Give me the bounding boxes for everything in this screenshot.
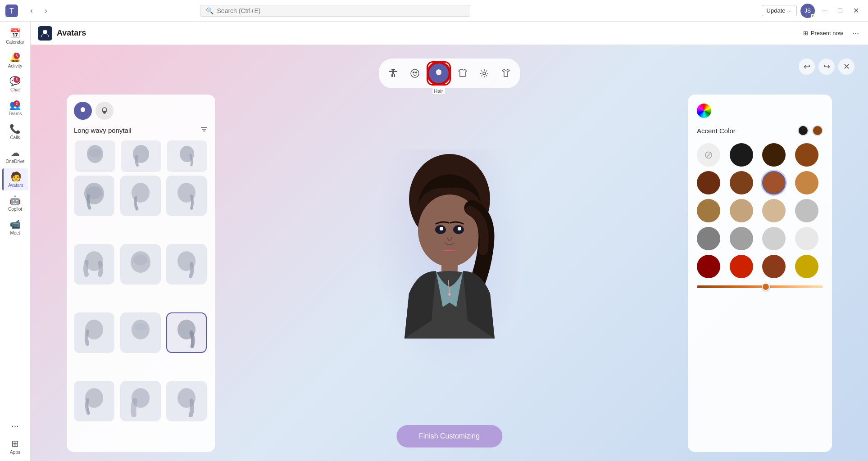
panel-tabs xyxy=(74,102,208,120)
close-editor-button[interactable]: ✕ xyxy=(838,59,854,75)
hair-item-3[interactable] xyxy=(166,176,207,216)
sidebar-label-calls: Calls xyxy=(10,135,20,140)
color-swatch-red-brown1[interactable] xyxy=(697,171,720,194)
hair-preview-1 xyxy=(75,140,115,172)
customizer-area: Hair xyxy=(31,45,868,461)
svg-rect-4 xyxy=(392,70,394,74)
header-more-button[interactable]: ··· xyxy=(850,27,861,40)
svg-text:T: T xyxy=(9,7,14,15)
color-wheel-icon xyxy=(697,104,711,118)
sidebar-label-teams: Teams xyxy=(9,111,22,116)
color-swatch-light-sandy[interactable] xyxy=(762,199,786,222)
sidebar-item-chat[interactable]: 💬 5 Chat xyxy=(2,73,28,95)
color-swatch-medium-brown[interactable] xyxy=(795,143,818,167)
clothing-tab[interactable] xyxy=(496,63,516,83)
svg-point-9 xyxy=(411,69,419,77)
sidebar-item-apps[interactable]: ⊞ Apps xyxy=(2,435,28,457)
search-bar[interactable]: 🔍 xyxy=(200,5,470,17)
hair-item-12[interactable] xyxy=(166,381,207,421)
category-tabs: Hair xyxy=(379,59,520,88)
sidebar-item-calendar[interactable]: 📅 Calendar xyxy=(2,25,28,47)
hair-item-9[interactable] xyxy=(166,312,207,353)
beard-tab[interactable] xyxy=(95,102,114,120)
hair-tab[interactable] xyxy=(429,63,449,83)
hair-item-7[interactable] xyxy=(74,312,114,353)
color-swatch-silver-gray[interactable] xyxy=(795,199,818,222)
close-button[interactable]: ✕ xyxy=(850,5,863,17)
svg-point-10 xyxy=(413,72,414,73)
minimize-button[interactable]: ─ xyxy=(818,5,831,17)
redo-button[interactable]: ↪ xyxy=(818,59,835,75)
color-swatch-black[interactable] xyxy=(730,143,753,167)
hair-item-8[interactable] xyxy=(120,312,161,353)
panel-title-row: Long wavy ponytail xyxy=(74,125,208,135)
color-swatch-auburn[interactable] xyxy=(762,255,786,278)
hair-item-10[interactable] xyxy=(74,381,114,421)
color-panel: Accent Color xyxy=(688,95,832,452)
sidebar-item-calls[interactable]: 📞 Calls xyxy=(2,121,28,143)
svg-rect-6 xyxy=(394,71,397,72)
sidebar-item-activity[interactable]: 🔔 6 Activity xyxy=(2,49,28,71)
color-swatch-dark-brown[interactable] xyxy=(762,143,786,167)
hair-item-5[interactable] xyxy=(120,244,161,285)
sidebar-label-copilot: Copilot xyxy=(8,207,22,212)
teams-badge: 2 xyxy=(14,100,20,107)
nav-buttons: ‹ › xyxy=(25,5,52,17)
hair-style-tab[interactable] xyxy=(74,102,92,120)
sidebar-item-onedrive[interactable]: ☁ OneDrive xyxy=(2,145,28,167)
pose-tab[interactable] xyxy=(383,63,403,83)
color-swatch-red-brown2[interactable] xyxy=(730,171,753,194)
maximize-button[interactable]: □ xyxy=(834,5,846,17)
forward-button[interactable]: › xyxy=(40,5,52,17)
title-bar: T ‹ › 🔍 Update ··· JS ─ □ ✕ xyxy=(0,0,868,22)
hair-item-2[interactable] xyxy=(120,176,161,216)
sidebar-item-teams[interactable]: 👥 2 Teams xyxy=(2,97,28,119)
sidebar-label-avatars: Avatars xyxy=(8,183,23,188)
sidebar-item-avatars[interactable]: 🧑 Avatars xyxy=(2,168,28,190)
teams-icon: 👥 2 xyxy=(9,99,21,110)
title-bar-actions: Update ··· JS ─ □ ✕ xyxy=(762,4,863,18)
hair-item-1[interactable] xyxy=(74,176,114,216)
color-slider[interactable] xyxy=(697,285,823,288)
color-swatch-dark-gray[interactable] xyxy=(697,227,720,250)
face-tab[interactable] xyxy=(405,63,425,83)
calendar-icon: 📅 xyxy=(9,28,21,39)
user-avatar[interactable]: JS xyxy=(800,4,815,18)
color-swatch-gold-brown[interactable] xyxy=(697,199,720,222)
color-swatch-light-gray[interactable] xyxy=(762,227,786,250)
search-input[interactable] xyxy=(217,7,464,14)
update-button[interactable]: Update ··· xyxy=(762,5,797,16)
pose-tab-wrapper xyxy=(383,63,403,83)
undo-button[interactable]: ↩ xyxy=(799,59,815,75)
chat-badge: 5 xyxy=(14,77,20,83)
sidebar: 📅 Calendar 🔔 6 Activity 💬 5 Chat 👥 2 Tea… xyxy=(0,22,31,461)
sidebar-item-more[interactable]: ··· xyxy=(2,418,28,434)
color-swatch-golden[interactable] xyxy=(795,255,818,278)
color-swatch-none[interactable] xyxy=(697,143,720,167)
accessories-tab-wrapper xyxy=(474,63,494,83)
color-swatch-red[interactable] xyxy=(730,255,753,278)
color-swatch-dark-red[interactable] xyxy=(697,255,720,278)
svg-point-11 xyxy=(415,72,417,73)
present-now-button[interactable]: ⊞ Present now xyxy=(800,28,847,38)
filter-button[interactable] xyxy=(200,125,208,135)
color-swatch-tan-brown[interactable] xyxy=(762,171,786,194)
accessories-tab[interactable] xyxy=(474,63,494,83)
sidebar-item-meet[interactable]: 📹 Meet xyxy=(2,216,28,238)
finish-customizing-button[interactable]: Finish Customizing xyxy=(396,425,502,447)
sidebar-item-copilot[interactable]: 🤖 Copilot xyxy=(2,192,28,214)
selected-colors xyxy=(798,125,823,136)
svg-rect-3 xyxy=(391,69,395,70)
outfit-tab-wrapper xyxy=(453,63,473,83)
outfit-tab[interactable] xyxy=(453,63,473,83)
hair-item-4[interactable] xyxy=(74,244,114,285)
color-swatch-sandy[interactable] xyxy=(730,199,753,222)
back-button[interactable]: ‹ xyxy=(25,5,38,17)
hair-item-6[interactable] xyxy=(166,244,207,285)
color-swatch-white-gray[interactable] xyxy=(795,227,818,250)
color-swatch-medium-gray[interactable] xyxy=(730,227,753,250)
hair-grid xyxy=(74,176,208,445)
hair-item-11[interactable] xyxy=(120,381,161,421)
content-area: Avatars ⊞ Present now ··· xyxy=(31,22,868,461)
color-swatch-light-tan[interactable] xyxy=(795,171,818,194)
